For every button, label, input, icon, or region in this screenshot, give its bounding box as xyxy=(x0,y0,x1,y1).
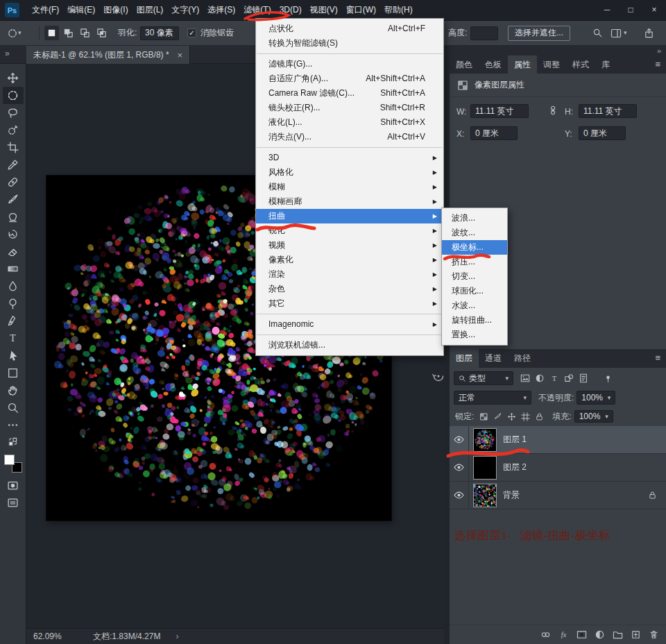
minimize-button[interactable]: ─ xyxy=(595,0,619,20)
filter-pin-icon[interactable] xyxy=(604,374,613,383)
filter-menu-item-5[interactable]: Camera Raw 滤镜(C)...Shift+Ctrl+A xyxy=(256,86,443,101)
filter-menu-item-0[interactable]: 点状化Alt+Ctrl+F xyxy=(256,22,443,36)
zoom-level[interactable]: 62.09% xyxy=(33,632,83,641)
elliptical-marquee-tool[interactable] xyxy=(3,87,24,104)
new-layer-icon[interactable] xyxy=(631,629,641,640)
layer-row-1[interactable]: 图层 2 xyxy=(450,454,666,482)
screen-mode-icon[interactable] xyxy=(3,494,24,511)
filter-menu-item-16[interactable]: 视频▶ xyxy=(256,238,443,253)
zoom-tool[interactable] xyxy=(3,399,24,416)
collapse-panels-chevron-icon[interactable]: » xyxy=(657,46,661,55)
panel-tab-4[interactable]: 样式 xyxy=(566,56,595,74)
brush-tool[interactable] xyxy=(3,191,24,208)
menubar-item-0[interactable]: 文件(F) xyxy=(28,0,63,20)
document-tab[interactable]: 未标题-1 @ 62.1% (图层 1, RGB/8) * × xyxy=(26,46,190,64)
new-selection-icon[interactable] xyxy=(44,26,59,40)
lock-all-icon[interactable] xyxy=(535,412,544,421)
panel-tab-3[interactable]: 调整 xyxy=(537,56,566,74)
foreground-background-swatches[interactable] xyxy=(4,455,22,473)
panel-menu-icon[interactable]: ≡ xyxy=(649,56,666,74)
lasso-tool[interactable] xyxy=(3,104,24,121)
filter-menu-item-19[interactable]: 杂色▶ xyxy=(256,282,443,296)
layer-filter-type-select[interactable]: 类型 ▾ xyxy=(454,371,513,385)
filter-menu-item-11[interactable]: 风格化▶ xyxy=(256,165,443,180)
eyedropper-tool[interactable] xyxy=(3,156,24,173)
pen-tool[interactable] xyxy=(3,312,24,330)
distort-submenu-item-5[interactable]: 球面化... xyxy=(442,284,507,298)
link-dimensions-icon[interactable] xyxy=(548,105,558,115)
filter-menu-item-13[interactable]: 模糊画廊▶ xyxy=(256,194,443,209)
workspace-layout-icon[interactable] xyxy=(610,28,622,39)
dodge-tool[interactable] xyxy=(3,295,24,312)
visibility-cell[interactable] xyxy=(450,426,469,453)
layer-row-2[interactable]: 背景 xyxy=(450,482,666,509)
tool-preset-picker[interactable]: ▾ xyxy=(7,21,22,45)
intersect-selection-icon[interactable] xyxy=(94,26,109,40)
filter-menu-item-15[interactable]: 锐化▶ xyxy=(256,223,443,238)
height-field[interactable]: 11.11 英寸 xyxy=(579,104,637,118)
tab-close-icon[interactable]: × xyxy=(178,50,183,60)
layers-panel-tab-1[interactable]: 通道 xyxy=(479,349,508,368)
spot-healing-brush-tool[interactable] xyxy=(3,173,24,191)
search-icon[interactable] xyxy=(592,28,603,38)
filter-shape-layers-icon[interactable] xyxy=(564,373,574,383)
filter-menu-item-3[interactable]: 滤镜库(G)... xyxy=(256,57,443,71)
delete-layer-icon[interactable] xyxy=(649,629,659,640)
filter-adjustment-layers-icon[interactable] xyxy=(535,373,545,383)
menubar-item-9[interactable]: 窗口(W) xyxy=(342,0,380,20)
menubar-item-4[interactable]: 文字(Y) xyxy=(167,0,203,20)
path-selection-tool[interactable] xyxy=(3,347,24,364)
distort-submenu-item-4[interactable]: 切变... xyxy=(442,269,507,284)
type-tool[interactable]: T xyxy=(3,330,24,347)
eye-icon[interactable] xyxy=(454,490,464,500)
filter-menu-item-20[interactable]: 其它▶ xyxy=(256,296,443,311)
filter-menu-item-6[interactable]: 镜头校正(R)...Shift+Ctrl+R xyxy=(256,101,443,115)
distort-submenu-item-7[interactable]: 旋转扭曲... xyxy=(442,313,507,328)
default-swap-colors-icon[interactable] xyxy=(3,434,24,451)
link-layers-icon[interactable] xyxy=(540,629,551,640)
filter-smart-objects-icon[interactable] xyxy=(579,373,588,383)
new-adjustment-layer-icon[interactable] xyxy=(595,629,605,640)
filter-menu-item-4[interactable]: 自适应广角(A)...Alt+Shift+Ctrl+A xyxy=(256,71,443,86)
subtract-selection-icon[interactable] xyxy=(78,26,92,40)
panel-tab-2[interactable]: 属性 xyxy=(508,56,537,74)
filter-menu-item-10[interactable]: 3D▶ xyxy=(256,151,443,165)
filter-pixel-layers-icon[interactable] xyxy=(520,373,530,383)
anti-alias-checkbox[interactable]: ✓ xyxy=(187,28,196,37)
menubar-item-2[interactable]: 图像(I) xyxy=(99,0,132,20)
filter-menu-item-7[interactable]: 液化(L)...Shift+Ctrl+X xyxy=(256,115,443,130)
filter-menu-item-17[interactable]: 像素化▶ xyxy=(256,253,443,267)
add-layer-mask-icon[interactable] xyxy=(577,629,587,640)
visibility-cell[interactable] xyxy=(450,482,469,509)
filter-menu-item-24[interactable]: 浏览联机滤镜... xyxy=(256,338,443,353)
blur-tool[interactable] xyxy=(3,278,24,295)
filter-menu-item-14[interactable]: 扭曲▶ xyxy=(256,209,443,223)
maximize-button[interactable]: □ xyxy=(619,0,642,20)
hand-tool[interactable] xyxy=(3,382,24,399)
distort-submenu-item-6[interactable]: 水波... xyxy=(442,298,507,313)
lock-image-pixels-icon[interactable] xyxy=(493,412,502,421)
collapse-tools-chevron-icon[interactable]: » xyxy=(5,49,10,58)
layer-row-0[interactable]: 图层 1 xyxy=(450,426,666,454)
menubar-item-8[interactable]: 视图(V) xyxy=(306,0,342,20)
eraser-tool[interactable] xyxy=(3,243,24,260)
menubar-item-1[interactable]: 编辑(E) xyxy=(63,0,99,20)
lock-artboard-icon[interactable] xyxy=(521,412,530,421)
layer-style-icon[interactable]: fx xyxy=(558,629,569,640)
layers-panel-tab-2[interactable]: 路径 xyxy=(508,349,537,368)
status-chevron-icon[interactable]: › xyxy=(176,632,178,641)
x-field[interactable]: 0 厘米 xyxy=(470,126,518,140)
opacity-select[interactable]: 100% ▾ xyxy=(577,391,615,405)
eye-icon[interactable] xyxy=(454,434,464,445)
quick-mask-mode-icon[interactable] xyxy=(3,477,24,494)
eye-icon[interactable] xyxy=(454,462,464,473)
menubar-item-3[interactable]: 图层(L) xyxy=(133,0,168,20)
filter-menu-item-18[interactable]: 渲染▶ xyxy=(256,267,443,282)
docked-panel-icon[interactable] xyxy=(432,370,446,384)
quick-selection-tool[interactable] xyxy=(3,121,24,139)
filter-menu-item-22[interactable]: Imagenomic▶ xyxy=(256,317,443,332)
distort-submenu-item-3[interactable]: 挤压... xyxy=(442,255,507,269)
clone-stamp-tool[interactable] xyxy=(3,208,24,226)
filter-menu-item-12[interactable]: 模糊▶ xyxy=(256,180,443,194)
lock-transparent-pixels-icon[interactable] xyxy=(479,412,488,421)
